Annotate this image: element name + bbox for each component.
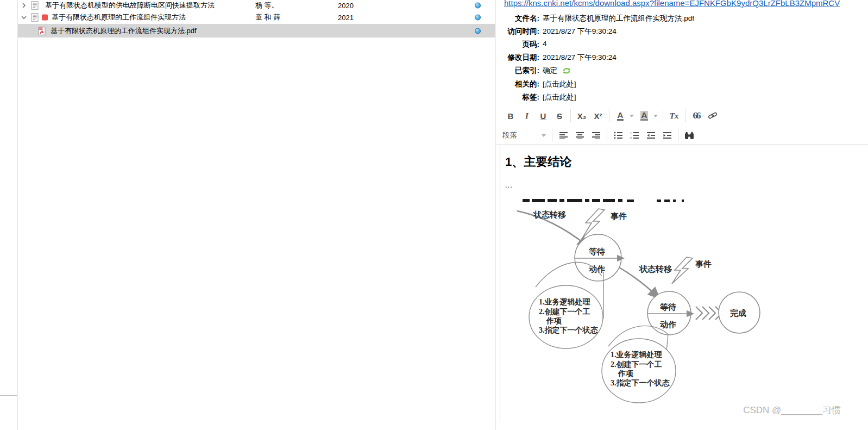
cropped-text-fragments bbox=[523, 199, 684, 202]
bubble2-line3: 作项 bbox=[618, 370, 633, 378]
highlight-dropdown-icon[interactable] bbox=[653, 115, 658, 117]
field-value-related[interactable]: [点击此处] bbox=[543, 79, 576, 89]
bubble1-line1: 1.业务逻辑处理 bbox=[539, 297, 591, 306]
attachment-url-link[interactable]: https://kns.cnki.net/kcms/download.aspx?… bbox=[504, 0, 867, 8]
field-value-filename[interactable]: 基于有限状态机原理的工作流组件实现方法.pdf bbox=[543, 14, 694, 23]
toolbar-separator bbox=[678, 129, 678, 142]
pdf-icon: PDF bbox=[38, 27, 46, 35]
indexed-status-text: 确定 bbox=[543, 66, 557, 74]
transition-label-2: 状态转移 bbox=[639, 265, 672, 273]
item-list-pane: 基于有限状态机模型的供电故障断电区间快速提取方法 杨 等。 2020 基于有限状… bbox=[18, 0, 495, 430]
numbered-list-icon[interactable]: 12 bbox=[627, 128, 641, 142]
bubble2-line4: 3.指定下一个状态 bbox=[611, 378, 670, 387]
field-label-tags: 标签: bbox=[496, 92, 539, 102]
note-body-text: ... bbox=[505, 181, 513, 189]
expand-chevron-right-icon[interactable] bbox=[21, 2, 27, 9]
outdent-icon[interactable] bbox=[644, 128, 658, 142]
state2-action-label: 动作 bbox=[660, 320, 676, 329]
field-label-related: 相关的: bbox=[496, 79, 539, 89]
bubble2-line1: 1.业务逻辑处理 bbox=[611, 350, 663, 359]
reindex-icon[interactable] bbox=[562, 67, 571, 74]
item-year: 2021 bbox=[338, 14, 354, 22]
attachment-dot-icon bbox=[475, 28, 481, 34]
attachment-dot-icon bbox=[475, 3, 481, 9]
field-value-pages[interactable]: 4 bbox=[543, 40, 547, 48]
svg-text:2: 2 bbox=[630, 136, 632, 139]
field-value-modified: 2021/8/27 下午9:30:24 bbox=[543, 53, 617, 63]
toolbar-separator bbox=[607, 129, 607, 142]
csdn-watermark: CSDN @________习惯 bbox=[743, 404, 841, 416]
chevron-flow-icon bbox=[696, 307, 722, 320]
collapse-chevron-down-icon[interactable] bbox=[21, 14, 27, 21]
field-label-accessed: 访问时间: bbox=[496, 27, 539, 36]
attachment-details-pane: https://kns.cnki.net/kcms/download.aspx?… bbox=[496, 0, 868, 430]
table-row[interactable]: 基于有限状态机模型的供电故障断电区间快速提取方法 杨 等。 2020 bbox=[18, 0, 495, 11]
field-label-modified: 修改日期: bbox=[496, 53, 539, 63]
underline-button[interactable]: U bbox=[536, 109, 550, 123]
note-embedded-image[interactable]: 状态转移 事件 等待 动作 状态转移 事件 bbox=[502, 190, 776, 410]
lightning-icon-1 bbox=[582, 209, 605, 238]
transition-label-1: 状态转移 bbox=[533, 210, 566, 219]
state-circle-1 bbox=[575, 234, 621, 281]
table-row[interactable]: 基于有限状态机原理的工作流组件实现方法 童 和 薛 2021 bbox=[18, 11, 495, 24]
item-year: 2020 bbox=[338, 2, 354, 10]
align-left-icon[interactable] bbox=[556, 128, 570, 142]
table-row-selected[interactable]: PDF 基于有限状态机原理的工作流组件实现方法.pdf bbox=[18, 24, 495, 38]
font-color-letter: A bbox=[617, 111, 624, 121]
paragraph-style-dropdown[interactable]: 段落 bbox=[502, 128, 549, 142]
state2-wait-label: 等待 bbox=[659, 303, 676, 311]
subscript-button[interactable]: X₂ bbox=[575, 109, 589, 123]
attachment-title: 基于有限状态机原理的工作流组件实现方法.pdf bbox=[51, 26, 197, 36]
svg-text:PDF: PDF bbox=[39, 28, 43, 30]
document-icon bbox=[31, 1, 39, 10]
blockquote-button[interactable]: 66 bbox=[689, 109, 703, 123]
strikethrough-button[interactable]: S bbox=[552, 109, 567, 123]
align-center-icon[interactable] bbox=[573, 128, 587, 142]
toolbar-separator bbox=[609, 109, 609, 122]
bullet-list-icon[interactable] bbox=[611, 128, 625, 142]
align-right-icon[interactable] bbox=[589, 128, 603, 142]
field-label-indexed: 已索引: bbox=[496, 66, 539, 76]
superscript-button[interactable]: X² bbox=[591, 109, 605, 123]
item-title: 基于有限状态机模型的供电故障断电区间快速提取方法 bbox=[45, 1, 215, 10]
italic-button[interactable]: I bbox=[520, 109, 534, 123]
attachment-dot-icon bbox=[475, 15, 481, 21]
field-value-indexed: 确定 bbox=[543, 66, 571, 76]
field-label-pages: 页码: bbox=[496, 40, 539, 49]
field-label-filename: 文件名: bbox=[496, 14, 539, 23]
tag-color-swatch bbox=[42, 15, 48, 21]
toolbar-separator bbox=[552, 129, 552, 142]
done-label: 完成 bbox=[730, 308, 746, 317]
note-editor-content[interactable]: 1、主要结论 ... bbox=[500, 145, 868, 422]
clear-formatting-button[interactable]: Tx bbox=[667, 109, 681, 123]
bold-button[interactable]: B bbox=[504, 109, 518, 123]
toolbar-separator bbox=[570, 109, 571, 122]
indent-icon[interactable] bbox=[660, 128, 674, 142]
note-heading: 1、主要结论 bbox=[505, 154, 571, 170]
find-replace-icon[interactable] bbox=[682, 128, 696, 142]
highlight-letter: A bbox=[640, 111, 649, 121]
toolbar-separator bbox=[663, 109, 663, 122]
field-value-tags[interactable]: [点击此处] bbox=[543, 92, 576, 102]
toolbar-separator bbox=[685, 109, 685, 122]
paragraph-dropdown-icon bbox=[542, 134, 546, 137]
bubble1-line4: 3.指定下一个状态 bbox=[539, 326, 599, 334]
paragraph-style-label: 段落 bbox=[502, 130, 517, 140]
font-color-button[interactable]: A bbox=[613, 109, 627, 123]
collections-pane-edge bbox=[0, 0, 17, 430]
highlight-color-button[interactable]: A bbox=[637, 109, 651, 123]
font-color-dropdown-icon[interactable] bbox=[630, 115, 634, 117]
bubble2-line2: 2.创建下一个工 bbox=[611, 360, 662, 369]
bubble1-line2: 2.创建下一个工 bbox=[539, 308, 590, 316]
callout-bubble-2 bbox=[602, 339, 676, 403]
item-creator: 童 和 薛 bbox=[255, 13, 280, 22]
item-creator: 杨 等。 bbox=[255, 1, 279, 10]
collections-pane-divider bbox=[0, 395, 17, 396]
lightning-icon-2 bbox=[672, 257, 693, 284]
svg-text:1: 1 bbox=[630, 132, 632, 135]
bubble1-line3: 作项 bbox=[546, 317, 562, 325]
item-title: 基于有限状态机原理的工作流组件实现方法 bbox=[52, 13, 186, 22]
link-icon[interactable] bbox=[706, 109, 720, 123]
event-label-2: 事件 bbox=[695, 260, 712, 269]
document-icon bbox=[31, 13, 39, 22]
